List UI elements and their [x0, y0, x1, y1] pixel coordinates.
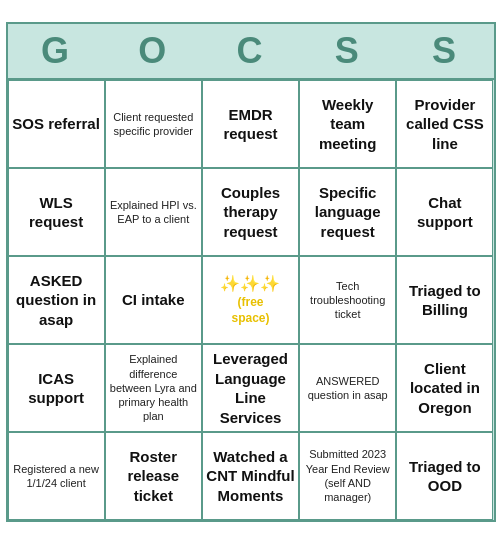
cell-text-2-3: Tech troubleshooting ticket — [303, 279, 392, 322]
cell-text-3-4: Client located in Oregon — [400, 359, 489, 418]
sparkle-icon: ✨✨✨ — [220, 274, 280, 293]
cell-text-1-4: Chat support — [400, 193, 489, 232]
header-letter-o-1: O — [105, 24, 202, 78]
cell-text-0-3: Weekly team meeting — [303, 95, 392, 154]
cell-text-3-1: Explained difference between Lyra and pr… — [109, 352, 198, 423]
bingo-grid: SOS referralClient requested specific pr… — [8, 78, 494, 520]
cell-text-0-4: Provider called CSS line — [400, 95, 489, 154]
cell-text-4-1: Roster release ticket — [109, 447, 198, 506]
bingo-cell-1-0[interactable]: WLS request — [8, 168, 105, 256]
bingo-cell-1-2[interactable]: Couples therapy request — [202, 168, 299, 256]
free-space-text: (freespace) — [231, 295, 269, 326]
header-letter-s-3: S — [299, 24, 396, 78]
bingo-cell-3-1[interactable]: Explained difference between Lyra and pr… — [105, 344, 202, 432]
cell-text-3-3: ANSWERED question in asap — [303, 374, 392, 403]
bingo-cell-0-1[interactable]: Client requested specific provider — [105, 80, 202, 168]
bingo-cell-2-1[interactable]: CI intake — [105, 256, 202, 344]
cell-text-3-0: ICAS support — [12, 369, 101, 408]
cell-text-0-2: EMDR request — [206, 105, 295, 144]
cell-text-1-1: Explained HPI vs. EAP to a client — [109, 198, 198, 227]
header-letter-g-0: G — [8, 24, 105, 78]
cell-text-4-2: Watched a CNT Mindful Moments — [206, 447, 295, 506]
cell-text-2-1: CI intake — [122, 290, 185, 310]
bingo-cell-4-0[interactable]: Registered a new 1/1/24 client — [8, 432, 105, 520]
bingo-cell-3-2[interactable]: Leveraged Language Line Services — [202, 344, 299, 432]
cell-text-4-4: Triaged to OOD — [400, 457, 489, 496]
bingo-cell-4-3[interactable]: Submitted 2023 Year End Review (self AND… — [299, 432, 396, 520]
bingo-cell-2-0[interactable]: ASKED question in asap — [8, 256, 105, 344]
header-letter-s-4: S — [396, 24, 493, 78]
bingo-cell-2-2[interactable]: ✨✨✨ (freespace) — [202, 256, 299, 344]
cell-text-4-0: Registered a new 1/1/24 client — [12, 462, 101, 491]
bingo-cell-4-2[interactable]: Watched a CNT Mindful Moments — [202, 432, 299, 520]
bingo-cell-4-4[interactable]: Triaged to OOD — [396, 432, 493, 520]
bingo-cell-0-0[interactable]: SOS referral — [8, 80, 105, 168]
bingo-cell-1-1[interactable]: Explained HPI vs. EAP to a client — [105, 168, 202, 256]
bingo-cell-0-2[interactable]: EMDR request — [202, 80, 299, 168]
cell-text-0-1: Client requested specific provider — [109, 110, 198, 139]
cell-text-2-4: Triaged to Billing — [400, 281, 489, 320]
bingo-cell-3-0[interactable]: ICAS support — [8, 344, 105, 432]
bingo-cell-4-1[interactable]: Roster release ticket — [105, 432, 202, 520]
free-space-content: ✨✨✨ (freespace) — [220, 274, 280, 326]
bingo-cell-2-3[interactable]: Tech troubleshooting ticket — [299, 256, 396, 344]
bingo-cell-0-3[interactable]: Weekly team meeting — [299, 80, 396, 168]
bingo-cell-3-4[interactable]: Client located in Oregon — [396, 344, 493, 432]
bingo-cell-1-3[interactable]: Specific language request — [299, 168, 396, 256]
cell-text-3-2: Leveraged Language Line Services — [206, 349, 295, 427]
bingo-cell-1-4[interactable]: Chat support — [396, 168, 493, 256]
header-letter-c-2: C — [202, 24, 299, 78]
bingo-cell-0-4[interactable]: Provider called CSS line — [396, 80, 493, 168]
bingo-card: GOCSS SOS referralClient requested speci… — [6, 22, 496, 522]
cell-text-1-0: WLS request — [12, 193, 101, 232]
cell-text-1-3: Specific language request — [303, 183, 392, 242]
bingo-cell-2-4[interactable]: Triaged to Billing — [396, 256, 493, 344]
cell-text-2-0: ASKED question in asap — [12, 271, 101, 330]
cell-text-1-2: Couples therapy request — [206, 183, 295, 242]
bingo-header: GOCSS — [8, 24, 494, 78]
bingo-cell-3-3[interactable]: ANSWERED question in asap — [299, 344, 396, 432]
cell-text-4-3: Submitted 2023 Year End Review (self AND… — [303, 447, 392, 504]
cell-text-0-0: SOS referral — [12, 114, 100, 134]
